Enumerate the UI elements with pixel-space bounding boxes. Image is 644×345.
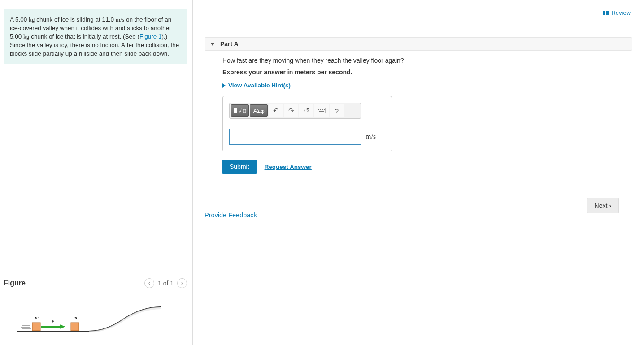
svg-rect-13 — [318, 108, 326, 113]
svg-rect-18 — [319, 111, 324, 112]
caret-down-icon — [210, 43, 215, 46]
help-button[interactable]: ? — [330, 104, 344, 117]
problem-text-1: A 5.00 — [10, 16, 29, 23]
request-answer-link[interactable]: Request Answer — [265, 164, 312, 170]
figure-1-link[interactable]: Figure 1 — [139, 33, 162, 40]
svg-rect-12 — [243, 109, 246, 113]
svg-rect-16 — [322, 109, 323, 110]
part-a-body: How fast are they moving when they reach… — [205, 51, 632, 174]
keyboard-icon — [318, 108, 326, 113]
review-link[interactable]: Review — [603, 9, 631, 16]
instruction-text: Express your answer in meters per second… — [222, 69, 632, 76]
question-text: How fast are they moving when they reach… — [222, 57, 632, 64]
problem-text-4: chunk of ice that is initially at rest. … — [30, 33, 139, 40]
chevron-right-icon: › — [609, 202, 611, 209]
redo-button[interactable]: ↷ — [284, 104, 298, 117]
svg-rect-15 — [320, 109, 321, 110]
label-m1: m — [35, 315, 39, 320]
svg-rect-3 — [32, 323, 40, 331]
view-hints-link[interactable]: View Available Hint(s) — [222, 82, 632, 89]
problem-text-2: chunk of ice is sliding at 11.0 — [35, 16, 116, 23]
answer-box: √ ΑΣφ ↶ ↷ ↺ ? m/s — [222, 96, 392, 151]
keyboard-button[interactable] — [314, 104, 329, 117]
figure-section: Figure ‹ 1 of 1 › — [4, 260, 187, 336]
left-panel: A 5.00 kg chunk of ice is sliding at 11.… — [0, 0, 193, 345]
part-a-header[interactable]: Part A — [205, 37, 632, 51]
book-icon — [603, 10, 609, 16]
equation-toolbar: √ ΑΣφ ↶ ↷ ↺ ? — [229, 103, 361, 119]
right-panel: Review Part A How fast are they moving w… — [193, 0, 644, 345]
problem-statement: A 5.00 kg chunk of ice is sliding at 11.… — [4, 9, 187, 64]
svg-rect-14 — [318, 109, 319, 110]
figure-header: Figure ‹ 1 of 1 › — [4, 278, 187, 291]
provide-feedback-link[interactable]: Provide Feedback — [205, 211, 257, 219]
svg-rect-10 — [234, 108, 237, 113]
figure-nav: ‹ 1 of 1 › — [144, 278, 187, 288]
figure-title: Figure — [4, 279, 26, 287]
unit-ms: m/s — [116, 16, 125, 23]
svg-rect-8 — [603, 11, 605, 15]
answer-unit: m/s — [366, 129, 376, 145]
figure-prev-button[interactable]: ‹ — [144, 278, 154, 288]
svg-rect-9 — [606, 11, 609, 15]
svg-rect-17 — [324, 109, 325, 110]
undo-button[interactable]: ↶ — [269, 104, 283, 117]
templates-button[interactable]: √ — [231, 104, 249, 117]
reset-button[interactable]: ↺ — [299, 104, 313, 117]
triangle-right-icon — [222, 83, 226, 88]
svg-marker-5 — [60, 324, 65, 329]
unit-kg-2: kg — [23, 33, 30, 40]
figure-diagram: m v m — [4, 305, 187, 336]
svg-text:√: √ — [239, 108, 242, 114]
greek-button[interactable]: ΑΣφ — [250, 104, 268, 117]
hints-label: View Available Hint(s) — [228, 82, 291, 89]
label-v: v — [52, 318, 54, 323]
label-m2: m — [74, 315, 77, 320]
unit-kg-1: kg — [29, 16, 35, 23]
figure-counter: 1 of 1 — [158, 280, 174, 287]
submit-button[interactable]: Submit — [222, 160, 257, 174]
review-label: Review — [611, 9, 631, 16]
next-button[interactable]: Next › — [587, 198, 619, 213]
figure-next-button[interactable]: › — [177, 278, 187, 288]
answer-input[interactable] — [229, 129, 361, 145]
svg-rect-6 — [71, 323, 79, 331]
part-a-title: Part A — [220, 40, 239, 47]
next-label: Next — [595, 202, 608, 209]
